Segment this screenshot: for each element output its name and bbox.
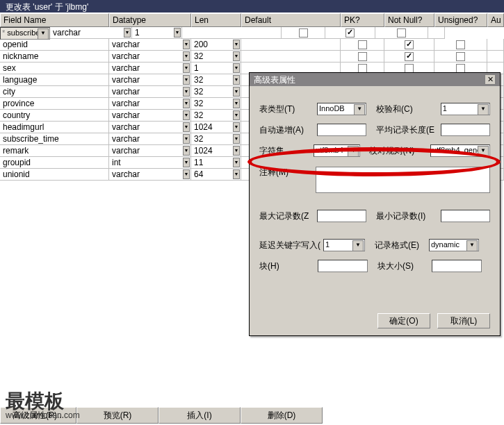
checkbox[interactable] <box>358 52 367 61</box>
cell-auto[interactable] <box>487 51 504 62</box>
checkbox[interactable] <box>405 40 414 49</box>
chevron-down-icon[interactable]: ▼ <box>233 122 240 132</box>
table-row[interactable]: nicknamevarchar▼32▼ <box>0 51 504 62</box>
checkbox[interactable] <box>346 28 355 38</box>
chevron-down-icon[interactable]: ▼ <box>174 28 181 38</box>
cell-len[interactable]: 1024▼ <box>191 145 241 157</box>
delete-button[interactable]: 删除(D) <box>241 407 323 424</box>
cell-fieldname[interactable]: language <box>0 74 109 86</box>
input-autoincrement[interactable] <box>317 124 366 136</box>
col-pk[interactable]: PK? <box>341 13 384 27</box>
cell-len[interactable]: 1024▼ <box>191 122 241 133</box>
chevron-down-icon[interactable]: ▼ <box>233 110 240 120</box>
table-row[interactable]: * subscribevarchar▼1▼ <box>0 27 504 39</box>
cell-fieldname[interactable]: sex <box>0 62 109 74</box>
cell-unsigned[interactable] <box>434 39 487 51</box>
cell-fieldname[interactable]: city <box>0 86 109 98</box>
cell-len[interactable]: 11▼ <box>191 157 241 169</box>
checkbox[interactable] <box>456 52 465 61</box>
cell-len[interactable]: 32▼ <box>191 98 241 110</box>
cell-unsigned[interactable] <box>434 51 487 62</box>
chevron-down-icon[interactable]: ▼ <box>233 75 240 85</box>
cell-auto[interactable] <box>428 27 445 39</box>
checkbox[interactable] <box>456 40 465 49</box>
cell-datatype[interactable]: varchar▼ <box>109 39 191 51</box>
table-row[interactable]: openidvarchar▼200▼ <box>0 39 504 51</box>
preview-button[interactable]: 预览(R) <box>76 407 158 424</box>
input-minrows[interactable] <box>441 210 490 222</box>
col-unsigned[interactable]: Unsigned? <box>434 13 487 27</box>
cell-fieldname[interactable]: headimgurl <box>0 122 109 133</box>
cell-datatype[interactable]: varchar▼ <box>109 133 191 145</box>
select-delaykey[interactable]: 1 <box>323 239 365 251</box>
cell-default[interactable] <box>182 27 282 39</box>
checkbox[interactable] <box>405 52 414 61</box>
cell-unsigned[interactable] <box>375 27 428 39</box>
cell-datatype[interactable]: varchar▼ <box>109 98 191 110</box>
chevron-down-icon[interactable]: ▼ <box>233 63 240 73</box>
chevron-down-icon[interactable]: ▼ <box>183 169 190 179</box>
cell-datatype[interactable]: int▼ <box>109 157 191 169</box>
cell-datatype[interactable]: varchar▼ <box>50 27 132 39</box>
cell-default[interactable] <box>241 51 341 62</box>
cell-len[interactable]: 64▼ <box>191 169 241 181</box>
chevron-down-icon[interactable]: ▼ <box>183 122 190 132</box>
cell-pk[interactable] <box>341 39 384 51</box>
cell-fieldname[interactable]: remark <box>0 145 109 157</box>
chevron-down-icon[interactable]: ▼ <box>233 146 240 156</box>
cell-datatype[interactable]: varchar▼ <box>109 86 191 98</box>
chevron-down-icon[interactable]: ▼ <box>233 158 240 167</box>
col-len[interactable]: Len <box>191 13 241 27</box>
chevron-down-icon[interactable]: ▼ <box>183 158 190 167</box>
cell-auto[interactable] <box>487 39 504 51</box>
checkbox[interactable] <box>397 28 406 38</box>
cell-fieldname[interactable]: * subscribe <box>0 27 50 40</box>
checkbox[interactable] <box>299 28 308 38</box>
cell-fieldname[interactable]: nickname <box>0 51 109 62</box>
chevron-down-icon[interactable]: ▼ <box>124 28 131 38</box>
chevron-down-icon[interactable]: ▼ <box>233 134 240 144</box>
select-rowformat[interactable]: dynamic <box>429 239 479 251</box>
input-chunk[interactable] <box>318 260 368 272</box>
input-maxrows[interactable] <box>317 210 366 222</box>
chevron-down-icon[interactable]: ▼ <box>233 169 240 179</box>
cell-len[interactable]: 32▼ <box>191 74 241 86</box>
cell-len[interactable]: 32▼ <box>191 133 241 145</box>
chevron-down-icon[interactable]: ▼ <box>183 87 190 97</box>
input-chunksize[interactable] <box>432 260 482 272</box>
col-notnull[interactable]: Not Null? <box>384 13 434 27</box>
chevron-down-icon[interactable]: ▼ <box>183 110 190 120</box>
cell-datatype[interactable]: varchar▼ <box>109 122 191 133</box>
cell-len[interactable]: 32▼ <box>191 110 241 122</box>
select-checksum[interactable]: 1 <box>441 103 490 115</box>
chevron-down-icon[interactable]: ▼ <box>183 40 190 49</box>
checkbox[interactable] <box>358 40 367 49</box>
dialog-titlebar[interactable]: 高级表属性 ✕ <box>250 73 500 86</box>
select-collation[interactable]: utf8mb4_genera <box>430 144 490 157</box>
select-tabletype[interactable]: InnoDB <box>317 103 366 115</box>
cell-len[interactable]: 32▼ <box>191 86 241 98</box>
cell-fieldname[interactable]: openid <box>0 39 109 51</box>
cell-notnull[interactable] <box>384 51 434 62</box>
col-field-name[interactable]: Field Name <box>0 13 109 27</box>
cell-len[interactable]: 32▼ <box>191 51 241 62</box>
col-default[interactable]: Default <box>241 13 341 27</box>
col-auto[interactable]: Au <box>487 13 504 27</box>
chevron-down-icon[interactable]: ▼ <box>233 99 240 108</box>
cancel-button[interactable]: 取消(L) <box>437 313 490 328</box>
cell-fieldname[interactable]: subscribe_time <box>0 133 109 145</box>
cell-datatype[interactable]: varchar▼ <box>109 145 191 157</box>
cell-datatype[interactable]: varchar▼ <box>109 62 191 74</box>
chevron-down-icon[interactable]: ▼ <box>183 51 190 61</box>
cell-fieldname[interactable]: groupid <box>0 157 109 169</box>
chevron-down-icon[interactable]: ▼ <box>183 146 190 156</box>
cell-len[interactable]: 200▼ <box>191 39 241 51</box>
chevron-down-icon[interactable]: ▼ <box>233 87 240 97</box>
col-datatype[interactable]: Datatype <box>109 13 191 27</box>
close-icon[interactable]: ✕ <box>485 74 496 85</box>
cell-datatype[interactable]: varchar▼ <box>109 51 191 62</box>
cell-default[interactable] <box>241 39 341 51</box>
cell-notnull[interactable] <box>325 27 375 39</box>
cell-len[interactable]: 1▼ <box>191 62 241 74</box>
cell-datatype[interactable]: varchar▼ <box>109 169 191 181</box>
